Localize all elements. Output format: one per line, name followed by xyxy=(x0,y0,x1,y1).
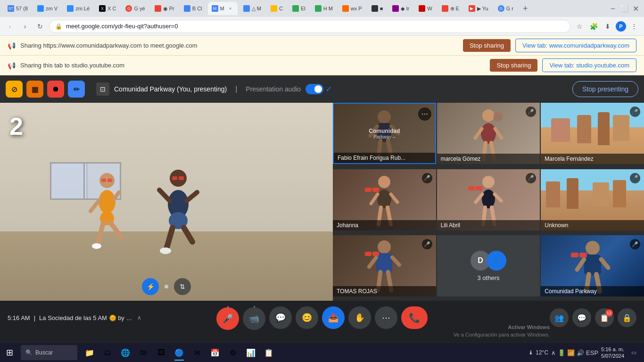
tab-meet-active[interactable]: M M × xyxy=(208,2,238,15)
taskbar-clock[interactable]: 5:16 a. m. 5/07/2024 xyxy=(601,346,624,360)
tab-gr[interactable]: G G r xyxy=(494,2,517,15)
taskbar-weather[interactable]: 🌡 12°C xyxy=(528,349,548,356)
bookmark-btn[interactable]: ☆ xyxy=(573,20,586,33)
meet-content: 2 xyxy=(0,103,644,301)
participant-tile-unknown[interactable]: 🎤 Unknown xyxy=(541,169,644,230)
people-btn[interactable]: 👥 xyxy=(550,308,569,327)
tab-ir[interactable]: ◆ Ir xyxy=(388,2,413,15)
fabio-more-btn[interactable]: ⋯ xyxy=(418,107,431,121)
tab-close-btn[interactable]: × xyxy=(227,5,234,12)
taskbar-photos[interactable]: 🖼 xyxy=(153,344,170,361)
svg-point-20 xyxy=(378,110,391,123)
reactions-btn[interactable]: 😊 xyxy=(296,306,318,329)
johanna-mute-icon: 🎤 xyxy=(422,173,432,183)
start-btn[interactable]: ⊞ xyxy=(0,343,19,362)
mic-btn[interactable]: 🎤 xyxy=(216,307,239,330)
taskbar-chrome[interactable]: 🔵 xyxy=(171,344,188,361)
taskbar-app2[interactable]: 📋 xyxy=(260,344,277,361)
present-btn[interactable]: 📤 xyxy=(322,306,345,329)
tab-yt[interactable]: ▶ ▶ Yu xyxy=(465,2,492,15)
participant-tile-lili[interactable]: 🎤 Lili Abril xyxy=(437,169,540,230)
end-call-btn[interactable]: 📞 xyxy=(401,306,428,329)
svg-point-45 xyxy=(378,240,391,254)
taskbar-task-view[interactable]: 🗂 xyxy=(99,344,116,361)
taskbar-search[interactable]: 🔍 Buscar xyxy=(21,345,77,360)
profile-avatar[interactable]: P xyxy=(616,21,626,32)
taskbar-chevron[interactable]: ∧ xyxy=(551,349,556,356)
show-desktop-btn[interactable]: ▭ xyxy=(627,346,640,359)
chat-btn[interactable]: 💬 xyxy=(572,308,591,327)
view-tab-btn-1[interactable]: View tab: www.comunidadparkway.com xyxy=(515,39,636,52)
minimize-btn[interactable]: – xyxy=(608,4,618,13)
back-btn[interactable]: ‹ xyxy=(4,20,16,33)
tab-w[interactable]: W xyxy=(415,2,436,15)
marcela-g-name: marcela Gómez xyxy=(437,154,540,164)
tool-btn-4[interactable]: ✏ xyxy=(68,81,85,98)
participant-tile-tomas[interactable]: 🎤 TOMAS ROJAS xyxy=(333,235,436,296)
stop-presenting-btn[interactable]: Stop presenting xyxy=(572,81,638,97)
forward-btn[interactable]: › xyxy=(19,20,31,33)
participant-tile-fabio[interactable]: Comunidad Parkway – ⋯ Fabio Efrain Forig… xyxy=(333,103,436,164)
taskbar-lang[interactable]: ESP xyxy=(586,349,598,356)
lili-mute-icon: 🎤 xyxy=(526,173,536,183)
activities-btn[interactable]: 📋 12 xyxy=(595,308,614,327)
participant-tile-marcela-f[interactable]: 🎤 Marcela Fernández xyxy=(541,103,644,164)
video-dot xyxy=(165,285,168,288)
title-chevron[interactable]: ∧ xyxy=(137,314,141,321)
tab-zoom3[interactable]: zm Lé xyxy=(63,2,93,15)
audio-toggle[interactable]: ✓ xyxy=(305,84,332,94)
participant-tile-others[interactable]: D 👤 3 others xyxy=(437,235,540,296)
tab-zoom1[interactable]: 57 57 (8 xyxy=(4,2,32,15)
menu-btn[interactable]: ⋮ xyxy=(628,20,640,33)
taskbar-excel[interactable]: 📊 xyxy=(242,344,259,361)
tab-pr[interactable]: ◉ Pr xyxy=(151,2,178,15)
camera-btn[interactable]: 📹 xyxy=(243,307,265,330)
taskbar-files[interactable]: 📁 xyxy=(81,344,98,361)
taskbar-store[interactable]: 🛍 xyxy=(135,344,152,361)
taskbar-settings[interactable]: ⚙ xyxy=(224,344,241,361)
marcela-f-name: Marcela Fernández xyxy=(541,154,644,164)
captions-btn[interactable]: 💬 xyxy=(269,306,292,329)
tab-c[interactable]: C xyxy=(267,2,287,15)
reload-btn[interactable]: ↻ xyxy=(34,20,46,33)
taskbar-mail[interactable]: ✉ xyxy=(189,344,206,361)
view-tab-btn-2[interactable]: View tab: studio.youtube.com xyxy=(542,58,636,72)
tool-btn-3[interactable]: ⏺ xyxy=(47,81,64,98)
svg-line-42 xyxy=(495,194,501,201)
more-btn[interactable]: ⋯ xyxy=(375,306,397,329)
restore-btn[interactable]: ⬜ xyxy=(619,4,629,13)
raise-hand-btn[interactable]: ✋ xyxy=(348,306,371,329)
tab-m2[interactable]: △ M xyxy=(239,2,265,15)
close-btn[interactable]: ✕ xyxy=(631,4,640,13)
participant-tile-johanna[interactable]: 🎤 Johanna xyxy=(333,169,436,230)
participant-tile-self[interactable]: 🎤 Comunidad Parkway xyxy=(541,235,644,296)
tab-m3[interactable]: H M xyxy=(311,2,337,15)
tab-wx[interactable]: wx P xyxy=(339,2,366,15)
tab-google[interactable]: G G yé xyxy=(122,2,149,15)
video-next-btn[interactable]: ⇅ xyxy=(174,278,191,295)
tab-zoom2[interactable]: zm V xyxy=(33,2,61,15)
unknown-name: Unknown xyxy=(541,220,644,230)
stop-sharing-btn-2[interactable]: Stop sharing xyxy=(490,59,537,72)
safety-btn[interactable]: 🔒 xyxy=(618,308,636,327)
taskbar-edge[interactable]: 🌐 xyxy=(117,344,134,361)
tab-el[interactable]: El xyxy=(289,2,309,15)
participant-tile-marcela-g[interactable]: 🎤 marcela Gómez xyxy=(437,103,540,164)
video-prev-btn[interactable]: ⚡ xyxy=(142,278,159,295)
stop-sharing-btn-1[interactable]: Stop sharing xyxy=(463,39,511,52)
presentation-screen-icon: ⊡ xyxy=(96,82,109,96)
tab-twitter[interactable]: X X C xyxy=(95,2,120,15)
extensions-btn[interactable]: 🧩 xyxy=(587,20,600,33)
tab-e[interactable]: ⊕ E xyxy=(438,2,463,15)
toolbar-icons: ☆ 🧩 ⬇ P ⋮ xyxy=(573,20,640,33)
tab-b[interactable]: B Cl xyxy=(180,2,206,15)
taskbar-time-text: 5:16 a. m. xyxy=(601,346,624,353)
tab-new[interactable]: + xyxy=(519,2,532,15)
tool-btn-1[interactable]: ⊘ xyxy=(6,81,23,98)
tab-sq[interactable]: ■ xyxy=(368,2,387,15)
tool-btn-2[interactable]: ▦ xyxy=(26,81,43,98)
taskbar-volume[interactable]: 🔊 xyxy=(577,349,584,356)
address-bar[interactable]: 🔒 meet.google.com/ydr-fieu-qit?authuser=… xyxy=(49,20,570,33)
taskbar-calendar[interactable]: 📅 xyxy=(206,344,223,361)
download-btn[interactable]: ⬇ xyxy=(602,20,614,33)
